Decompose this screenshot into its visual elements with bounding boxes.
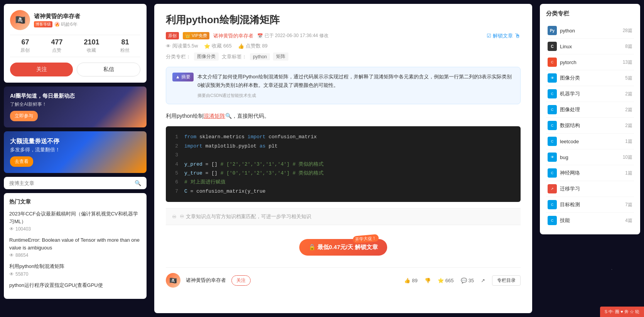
author-stats: 67 原创 477 点赞 2101 收藏 81 粉丝 <box>10 35 140 57</box>
hot-item-views: 100403 <box>15 226 31 232</box>
search-box: 🔍 <box>4 177 147 189</box>
message-button[interactable]: 私信 <box>77 63 140 76</box>
ad-flow-subtitle: 多发多得，流量翻倍！ <box>10 146 140 153</box>
ad-ai-banner: AI圈早知道，每日最新动态 了解全AI新鲜事！ 立即参与 <box>4 86 147 127</box>
dislike-action[interactable]: 👎 <box>425 278 431 283</box>
hot-item-meta: 👁 100403 <box>9 226 141 232</box>
catalog-button[interactable]: 专栏目录 <box>492 275 521 286</box>
unlock-article-button[interactable]: ☑ 解锁文章 🖱 <box>487 32 521 39</box>
author-name: 诸神黄昏的幸存者 <box>34 13 140 20</box>
left-sidebar: 🏴‍☠️ 诸神黄昏的幸存者 博客等级 🔥 码龄6年 67 原创 <box>0 0 150 317</box>
search-input[interactable] <box>9 180 131 186</box>
category-name: 机器学习 <box>560 90 622 97</box>
code-line: 4 y_pred = [] # ['2','2','3','1','4'] # … <box>172 160 514 169</box>
ad-flow-button[interactable]: 去查看 <box>10 156 33 167</box>
category-count: 10篇 <box>623 154 632 161</box>
favorite-action[interactable]: ⭐ 665 <box>438 278 454 283</box>
share-icon: ↗ <box>481 278 485 283</box>
category-icon-skill: C <box>548 216 557 225</box>
thumbdown-icon: 👎 <box>425 278 431 283</box>
hot-item-meta: 👁 55870 <box>9 271 141 277</box>
category-item-linux[interactable]: C Linux 8篇 <box>546 39 634 54</box>
tag-matrix[interactable]: 矩阵 <box>273 53 288 61</box>
hot-articles-title: 热门文章 <box>9 198 141 205</box>
stat-favorites: 2101 收藏 <box>84 38 99 54</box>
stat-original-num: 67 <box>20 38 30 46</box>
category-item-python[interactable]: Py python 28篇 <box>546 23 634 39</box>
likes-count: 89 <box>412 278 417 283</box>
category-item-imgcls[interactable]: 👁 图像分类 5篇 <box>546 70 634 86</box>
paywall: 开学大促！ 🔒 最低0.47元/天 解锁文章 <box>166 231 521 263</box>
knowledge-icon: ♾ <box>172 214 177 220</box>
category-item-ml[interactable]: C 机器学习 2篇 <box>546 86 634 102</box>
list-item[interactable]: python运行程序设置指定GPU(查看GPU使 <box>9 281 141 289</box>
category-item-objdet[interactable]: C 目标检测 7篇 <box>546 197 634 213</box>
category-tag[interactable]: 图像分类 <box>194 53 219 61</box>
category-item-leetcode[interactable]: C leetcode 1篇 <box>546 134 634 149</box>
category-item-transfer[interactable]: ↗ 迁移学习 <box>546 181 634 197</box>
category-count: 2篇 <box>625 91 632 97</box>
hot-item-meta: 👁 88654 <box>9 253 141 258</box>
footer-follow-button[interactable]: 关注 <box>231 275 251 286</box>
star-icon: ⭐ <box>438 278 444 283</box>
author-level: 博客等级 🔥 码龄6年 <box>34 21 140 28</box>
list-item[interactable]: 2023年CCF会议最新截稿时间（偏计算机视觉CV和机器学习ML） 👁 1004… <box>9 210 141 232</box>
category-name: 迁移学习 <box>560 185 629 192</box>
ad-ai-title: AI圈早知道，每日最新动态 <box>10 93 140 100</box>
follow-button[interactable]: 关注 <box>10 63 73 76</box>
category-icon-linux: C <box>548 42 557 51</box>
fire-icon: 🔥 <box>54 22 60 27</box>
stat-followers: 81 粉丝 <box>120 38 130 54</box>
like-action[interactable]: 👍 89 <box>404 278 417 283</box>
stat-likes: 477 点赞 <box>51 38 62 54</box>
star-icon: ⭐ <box>204 43 210 49</box>
category-count: 28篇 <box>623 27 632 34</box>
avatar: 🏴‍☠️ <box>10 10 30 30</box>
level-badge: 博客等级 <box>34 21 52 27</box>
eye-icon: 👁 <box>166 43 171 49</box>
footer-author-name: 诸神黄昏的幸存者 <box>186 277 226 284</box>
article-title: 利用python绘制混淆矩阵 <box>166 13 521 27</box>
list-item[interactable]: RuntimeError: Boolean value of Tensor wi… <box>9 236 141 258</box>
category-name: leetcode <box>560 139 622 144</box>
svg-text:🔥: 🔥 <box>55 22 60 27</box>
code-line: 7 C = confusion_matrix(y_true <box>172 187 514 196</box>
category-item-bug[interactable]: 👁 bug 10篇 <box>546 149 634 165</box>
category-count: 2篇 <box>625 107 632 113</box>
stat-original-label: 原创 <box>20 47 30 54</box>
category-count: 1篇 <box>625 138 632 145</box>
hot-item-views: 88654 <box>15 253 28 258</box>
category-icon-ml: C <box>548 89 557 98</box>
summary-footer: 摘要由CSDN通过智能技术生成 <box>197 93 514 98</box>
category-item-imgproc[interactable]: C 图像处理 2篇 <box>546 102 634 118</box>
category-item-skill[interactable]: C 技能 4篇 <box>546 213 634 228</box>
search-icon[interactable]: 🔍 <box>135 180 141 186</box>
category-count: 8篇 <box>625 43 632 50</box>
share-action[interactable]: ↗ <box>481 278 485 283</box>
category-item-nn[interactable]: C 神经网络 1篇 <box>546 165 634 181</box>
ad-ai-subtitle: 了解全AI新鲜事！ <box>10 101 140 108</box>
category-item-ds[interactable]: C 数据结构 2篇 <box>546 118 634 134</box>
search-icon-inline: 🔍 <box>225 113 232 119</box>
article-footer: 🏴‍☠️ 诸神黄昏的幸存者 关注 👍 89 👎 ⭐ 665 💬 35 <box>166 267 521 293</box>
article-author-link[interactable]: 诸神黄昏的幸存者 <box>213 32 253 39</box>
hot-articles: 热门文章 2023年CCF会议最新截稿时间（偏计算机视觉CV和机器学习ML） 👁… <box>4 193 147 299</box>
comment-action[interactable]: 💬 35 <box>461 278 474 283</box>
tag-python[interactable]: python <box>250 53 270 60</box>
favorites-stat: ⭐ 收藏 665 <box>204 42 231 49</box>
code-block: 1 from sklearn.metrics import confusion_… <box>166 126 521 202</box>
list-item[interactable]: 利用python绘制混淆矩阵 👁 55870 <box>9 263 141 277</box>
badge-original: 原创 <box>166 32 179 39</box>
highlight-link[interactable]: 混淆矩阵 <box>204 113 225 119</box>
calendar-icon: 📅 <box>257 33 263 39</box>
code-line: 1 from sklearn.metrics import confusion_… <box>172 132 514 141</box>
category-icon-transfer: ↗ <box>548 184 557 193</box>
ad-ai-button[interactable]: 立即参与 <box>10 111 38 121</box>
summary-box: ▲ 摘要 本文介绍了如何使用Python绘制混淆矩阵，通过代码展示示实现过程，并… <box>166 67 521 104</box>
category-label: 分类专栏： <box>166 53 191 60</box>
category-count: 2篇 <box>625 122 632 129</box>
category-count: 5篇 <box>625 75 632 81</box>
ad-flow-banner: 大额流量券送不停 多发多得，流量翻倍！ 去查看 <box>4 131 147 173</box>
category-icon-imgproc: C <box>548 105 557 114</box>
category-item-pytorch[interactable]: C pytorch 13篇 <box>546 54 634 70</box>
